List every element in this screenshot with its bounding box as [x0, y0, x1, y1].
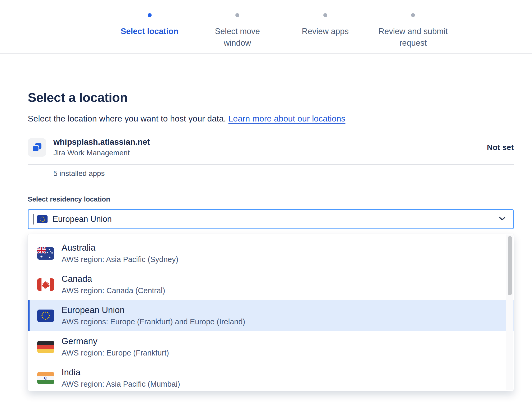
site-product: Jira Work Management — [53, 149, 150, 157]
step-dot — [148, 13, 152, 17]
india-flag-icon — [37, 372, 54, 384]
page-title: Select a location — [28, 90, 514, 105]
option-text: GermanyAWS region: Europe (Frankfurt) — [62, 336, 169, 357]
option-region-description: AWS region: Canada (Central) — [62, 286, 165, 295]
option-text: AustraliaAWS region: Asia Pacific (Sydne… — [62, 243, 178, 264]
step-label: Select move window — [200, 26, 274, 49]
step-label: Review and submit request — [376, 26, 450, 49]
residency-select-label: Select residency location — [28, 195, 514, 203]
option-region-description: AWS region: Europe (Frankfurt) — [62, 349, 169, 357]
option-text: CanadaAWS region: Canada (Central) — [62, 274, 165, 295]
stepper: Select locationSelect move windowReview … — [106, 0, 457, 49]
location-dropdown: AustraliaAWS region: Asia Pacific (Sydne… — [28, 234, 514, 391]
site-meta: whipsplash.atlassian.net Jira Work Manag… — [53, 137, 150, 157]
eu-flag-icon — [37, 310, 54, 322]
option-title: Germany — [62, 336, 169, 346]
step-review-apps: Review apps — [281, 13, 369, 49]
location-option-germany[interactable]: GermanyAWS region: Europe (Frankfurt) — [28, 331, 514, 362]
option-region-description: AWS region: Asia Pacific (Sydney) — [62, 255, 178, 264]
dropdown-scrollbar-track[interactable] — [506, 235, 513, 390]
jira-icon — [28, 138, 46, 157]
selected-location-value: European Union — [53, 214, 112, 224]
step-label: Select location — [113, 26, 186, 37]
site-divider — [28, 164, 514, 165]
option-text: IndiaAWS region: Asia Pacific (Mumbai) — [62, 367, 180, 389]
site-name: whipsplash.atlassian.net — [53, 137, 150, 147]
installed-apps-count: 5 installed apps — [53, 169, 514, 178]
text-caret — [33, 214, 34, 224]
step-label: Review apps — [288, 26, 362, 37]
learn-more-link[interactable]: Learn more about our locations — [228, 114, 346, 123]
option-title: India — [62, 367, 180, 377]
canada-flag-icon — [37, 278, 54, 291]
germany-flag-icon — [37, 341, 54, 353]
main-content: Select a location Select the location wh… — [0, 54, 532, 391]
step-select-location: Select location — [106, 13, 194, 49]
option-region-description: AWS region: Asia Pacific (Mumbai) — [62, 380, 180, 389]
australia-flag-icon — [37, 247, 54, 260]
page-description: Select the location where you want to ho… — [28, 114, 514, 124]
option-title: Australia — [62, 243, 178, 253]
step-select-move-window: Select move window — [194, 13, 282, 49]
dropdown-scrollbar-thumb[interactable] — [508, 236, 512, 295]
site-status-badge: Not set — [487, 143, 514, 152]
site-row: whipsplash.atlassian.net Jira Work Manag… — [28, 137, 514, 157]
option-region-description: AWS regions: Europe (Frankfurt) and Euro… — [62, 317, 245, 326]
step-dot — [411, 13, 415, 17]
option-text: European UnionAWS regions: Europe (Frank… — [62, 305, 245, 326]
description-text: Select the location where you want to ho… — [28, 114, 226, 123]
step-review-and-submit-request: Review and submit request — [369, 13, 457, 49]
location-option-canada[interactable]: CanadaAWS region: Canada (Central) — [28, 269, 514, 300]
residency-select[interactable]: European Union — [28, 209, 514, 229]
data-residency-page: Select locationSelect move windowReview … — [0, 0, 532, 407]
chevron-down-icon[interactable] — [498, 216, 506, 222]
location-option-australia[interactable]: AustraliaAWS region: Asia Pacific (Sydne… — [28, 238, 514, 269]
option-title: Canada — [62, 274, 165, 284]
option-title: European Union — [62, 305, 245, 315]
location-option-list: AustraliaAWS region: Asia Pacific (Sydne… — [28, 238, 514, 391]
progress-header: Select locationSelect move windowReview … — [0, 0, 532, 54]
step-dot — [235, 13, 239, 17]
step-dot — [323, 13, 327, 17]
location-option-european-union[interactable]: European UnionAWS regions: Europe (Frank… — [28, 300, 514, 331]
location-option-india[interactable]: IndiaAWS region: Asia Pacific (Mumbai) — [28, 362, 514, 391]
eu-flag-icon — [37, 215, 48, 223]
